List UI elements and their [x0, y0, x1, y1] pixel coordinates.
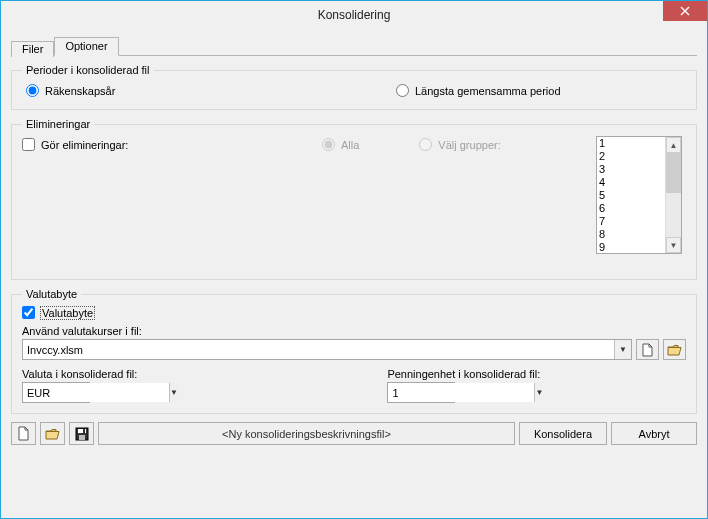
new-file-button[interactable]	[636, 339, 659, 360]
list-item[interactable]: 9	[599, 241, 663, 253]
svg-rect-3	[83, 429, 85, 433]
group-elimineringar: Elimineringar Gör elimineringar: Alla	[11, 118, 697, 280]
tab-strip: Filer Optioner	[11, 35, 697, 56]
list-item[interactable]: 1	[599, 137, 663, 150]
list-item[interactable]: 4	[599, 176, 663, 189]
scrollbar[interactable]: ▲ ▼	[665, 137, 681, 253]
client-area: Filer Optioner Perioder i konsoliderad f…	[1, 29, 707, 518]
check-gor-elim[interactable]: Gör elimineringar:	[22, 138, 128, 151]
check-valutabyte[interactable]: Valutabyte	[22, 306, 94, 319]
scroll-thumb[interactable]	[666, 153, 681, 193]
label-valuta: Valuta i konsoliderad fil:	[22, 368, 137, 380]
check-gor-elim-input[interactable]	[22, 138, 35, 151]
label-anvand-fil: Använd valutakurser i fil:	[22, 325, 686, 337]
list-item[interactable]: 8	[599, 228, 663, 241]
konsolidera-button[interactable]: Konsolidera	[519, 422, 607, 445]
avbryt-button[interactable]: Avbryt	[611, 422, 697, 445]
radio-langsta-label: Längsta gemensamma period	[415, 85, 561, 97]
check-valutabyte-input[interactable]	[22, 306, 35, 319]
check-gor-elim-label: Gör elimineringar:	[41, 139, 128, 151]
list-item[interactable]: 2	[599, 150, 663, 163]
list-item[interactable]: 6	[599, 202, 663, 215]
radio-alla-label: Alla	[341, 139, 359, 151]
radio-alla: Alla	[322, 138, 359, 151]
scroll-up-button[interactable]: ▲	[666, 137, 681, 153]
combo-valuta[interactable]: ▼	[22, 382, 90, 403]
group-periods-legend: Perioder i konsoliderad fil	[22, 64, 154, 76]
penning-input[interactable]	[388, 383, 534, 402]
listbox-items: 123456789	[597, 137, 665, 253]
close-icon	[680, 6, 690, 16]
rate-file-input[interactable]	[23, 340, 614, 359]
tab-optioner[interactable]: Optioner	[54, 37, 118, 56]
group-periods: Perioder i konsoliderad fil Räkenskapsår…	[11, 64, 697, 110]
save-icon	[75, 427, 89, 441]
list-item[interactable]: 5	[599, 189, 663, 202]
radio-rakenskapsar-label: Räkenskapsår	[45, 85, 115, 97]
check-valutabyte-label: Valutabyte	[41, 307, 94, 319]
tab-filer[interactable]: Filer	[11, 41, 54, 57]
window-title: Konsolidering	[1, 8, 707, 22]
toolbar-open-button[interactable]	[40, 422, 65, 445]
group-valutabyte: Valutabyte Valutabyte Använd valutakurse…	[11, 288, 697, 414]
close-button[interactable]	[663, 1, 707, 21]
penning-dropdown[interactable]: ▼	[534, 383, 543, 402]
valuta-input[interactable]	[23, 383, 169, 402]
combo-rate-file[interactable]: ▼	[22, 339, 632, 360]
radio-langsta[interactable]: Längsta gemensamma period	[396, 84, 561, 97]
radio-alla-input	[322, 138, 335, 151]
listbox-groups[interactable]: 123456789 ▲ ▼	[596, 136, 682, 254]
toolbar-save-button[interactable]	[69, 422, 94, 445]
group-valuta-legend: Valutabyte	[22, 288, 81, 300]
combo-penning[interactable]: ▼	[387, 382, 455, 403]
radio-valj-grupper: Välj grupper:	[419, 138, 500, 151]
toolbar-new-button[interactable]	[11, 422, 36, 445]
new-file-icon	[17, 426, 30, 441]
open-folder-icon	[45, 428, 60, 440]
svg-rect-2	[79, 435, 85, 440]
group-elim-legend: Elimineringar	[22, 118, 94, 130]
valuta-dropdown[interactable]: ▼	[169, 383, 178, 402]
scroll-down-button[interactable]: ▼	[666, 237, 681, 253]
list-item[interactable]: 7	[599, 215, 663, 228]
radio-rakenskapsar[interactable]: Räkenskapsår	[26, 84, 386, 97]
description-file-path: <Ny konsolideringsbeskrivningsfil>	[98, 422, 515, 445]
list-item[interactable]: 3	[599, 163, 663, 176]
scroll-track[interactable]	[666, 153, 681, 237]
bottom-toolbar: <Ny konsolideringsbeskrivningsfil> Konso…	[11, 422, 697, 445]
label-penning: Penningenhet i konsoliderad fil:	[387, 368, 540, 380]
titlebar: Konsolidering	[1, 1, 707, 29]
open-file-button[interactable]	[663, 339, 686, 360]
radio-valj-label: Välj grupper:	[438, 139, 500, 151]
radio-valj-input	[419, 138, 432, 151]
rate-file-dropdown[interactable]: ▼	[614, 340, 631, 359]
radio-langsta-input[interactable]	[396, 84, 409, 97]
new-file-icon	[641, 343, 654, 357]
open-folder-icon	[667, 344, 682, 356]
window: Konsolidering Filer Optioner Perioder i …	[0, 0, 708, 519]
radio-rakenskapsar-input[interactable]	[26, 84, 39, 97]
